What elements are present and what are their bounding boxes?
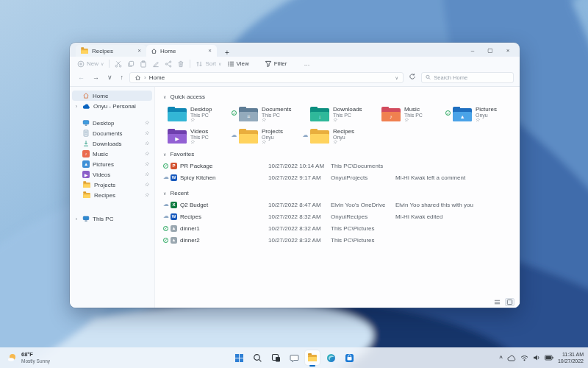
back-button[interactable]: ← [76, 74, 87, 81]
tile-documents[interactable]: ✓ ≡ Documents This PC [231, 105, 302, 122]
details-view-button[interactable] [492, 298, 502, 306]
search-input[interactable] [434, 74, 509, 81]
cut-button[interactable] [115, 60, 122, 68]
copy-button[interactable] [127, 60, 135, 68]
chevron-right-icon[interactable]: › [74, 104, 79, 109]
folder-icon [239, 128, 258, 144]
chevron-down-icon: ∨ [163, 152, 166, 157]
sidebar-item-desktop[interactable]: Desktop [72, 118, 152, 128]
sidebar-item-home[interactable]: Home [72, 91, 152, 101]
tile-projects[interactable]: ☁ Projects Onyu [231, 127, 302, 144]
wifi-icon-glyph [520, 355, 528, 361]
store-button[interactable] [342, 350, 356, 365]
home-icon [135, 74, 141, 81]
sidebar-item-onedrive[interactable]: › Onyu - Personal [72, 101, 152, 111]
pictures-icon: ▲ [82, 160, 90, 168]
sidebar-item-music[interactable]: ♪ Music [72, 149, 152, 159]
new-tab-button[interactable]: + [223, 49, 232, 57]
breadcrumb[interactable]: › Home ∨ [129, 72, 404, 83]
pin-icon [333, 118, 337, 122]
sidebar-item-downloads[interactable]: Downloads [72, 138, 152, 149]
edge-button[interactable] [323, 350, 338, 365]
wifi-icon[interactable] [520, 355, 528, 361]
sidebar-item-recipes[interactable]: Recipes [72, 190, 152, 200]
tile-music[interactable]: ♪ Music This PC [373, 105, 445, 122]
start-button[interactable] [232, 350, 246, 365]
pin-icon [190, 118, 195, 122]
items-view: ∨ Quick access Desktop This PC [154, 87, 520, 308]
section-header-recent[interactable]: ∨ Recent [155, 188, 520, 199]
folder-icon [83, 192, 90, 197]
delete-button[interactable] [177, 60, 184, 68]
recent-locations-button[interactable]: ∨ [105, 74, 115, 81]
tab-bar: Recipes × Home × + – ▢ × [70, 43, 520, 57]
see-more-button[interactable]: … [304, 60, 309, 67]
filter-button[interactable]: Filter [265, 60, 287, 68]
trash-icon [177, 60, 184, 68]
chevron-right-icon[interactable]: › [74, 216, 79, 222]
tab-home[interactable]: Home × [146, 45, 217, 57]
up-button[interactable]: ↑ [118, 74, 126, 81]
sidebar-item-documents[interactable]: Documents [72, 128, 152, 138]
task-view-button[interactable] [268, 350, 283, 365]
paste-button[interactable] [140, 60, 147, 68]
sort-button[interactable]: Sort ∨ [196, 60, 221, 68]
speaker-icon [533, 354, 540, 361]
image-file-icon: ▲ [171, 225, 177, 232]
close-tab-icon[interactable]: × [137, 48, 142, 54]
tile-videos[interactable]: ▶ Videos This PC [159, 127, 231, 144]
onedrive-tray-icon[interactable] [507, 355, 516, 361]
minimize-button[interactable]: – [464, 45, 481, 55]
section-header-favorites[interactable]: ∨ Favorites [155, 149, 520, 160]
sidebar-item-pictures[interactable]: ▲ Pictures [72, 159, 152, 169]
close-button[interactable]: × [499, 45, 517, 55]
weather-widget[interactable]: 68°F Mostly Sunny [0, 347, 59, 368]
file-row-dinner2[interactable]: ✓ ▲ dinner2 10/27/2022 8:32 AM This PC\P… [155, 234, 520, 246]
file-row-pr-package[interactable]: ✓ P PR Package 10/27/2022 10:14 AM This … [155, 160, 520, 171]
search-button[interactable] [250, 350, 265, 365]
cloud-status-icon: ☁ [163, 174, 169, 180]
tile-downloads[interactable]: ↓ Downloads This PC [302, 105, 373, 122]
tile-pictures[interactable]: ✓ ▲ Pictures Onyu [445, 105, 516, 122]
chat-button[interactable] [287, 350, 301, 365]
chevron-down-icon[interactable]: ∨ [395, 75, 398, 80]
sidebar-item-this-pc[interactable]: › This PC [72, 213, 152, 224]
breadcrumb-location[interactable]: Home [149, 74, 165, 81]
file-row-recipes[interactable]: ☁ W Recipes 10/27/2022 8:32 AM Onyu\Reci… [155, 210, 520, 222]
cloud-status-icon: ☁ [232, 132, 237, 138]
show-hidden-icons-button[interactable]: ^ [499, 355, 503, 361]
file-row-q2-budget[interactable]: ☁ X Q2 Budget 10/27/2022 8:47 AM Elvin Y… [155, 199, 520, 210]
paste-icon [140, 60, 147, 68]
sidebar-item-projects[interactable]: Projects [72, 180, 152, 190]
folder-icon: ▲ [453, 106, 472, 121]
share-button[interactable] [165, 60, 172, 68]
quick-access-row-2: ▶ Videos This PC ☁ [155, 127, 520, 144]
tile-desktop[interactable]: Desktop This PC [159, 105, 231, 122]
file-row-dinner1[interactable]: ✓ ▲ dinner1 10/27/2022 8:32 AM This PC\P… [155, 222, 520, 234]
synced-status-icon: ✓ [163, 226, 168, 231]
new-button[interactable]: New ∨ [77, 60, 104, 68]
tile-recipes[interactable]: ☁ Recipes Onyu [302, 127, 373, 144]
tab-recipes[interactable]: Recipes × [76, 45, 146, 57]
search-icon [253, 353, 262, 363]
view-button[interactable]: View [227, 60, 249, 68]
volume-icon[interactable] [533, 354, 540, 361]
maximize-button[interactable]: ▢ [481, 45, 499, 55]
pin-icon [145, 131, 149, 135]
forward-button[interactable]: → [90, 74, 101, 81]
icons-view-button[interactable] [505, 298, 514, 306]
file-row-spicy-kitchen[interactable]: ☁ W Spicy Kitchen 10/27/2022 9:17 AM Ony… [155, 171, 520, 183]
store-bag-icon [345, 353, 354, 363]
taskbar-clock[interactable]: 11:31 AM 10/27/2022 [558, 351, 584, 364]
file-explorer-button[interactable] [305, 350, 320, 365]
close-tab-icon[interactable]: × [207, 48, 212, 54]
sidebar-item-videos[interactable]: ▶ Videos [72, 169, 152, 180]
battery-icon[interactable] [545, 355, 553, 361]
chevron-down-icon: ∨ [163, 191, 166, 196]
section-header-quick-access[interactable]: ∨ Quick access [155, 91, 520, 102]
rename-button[interactable] [152, 60, 159, 68]
window-body: Home › Onyu - Personal Desktop [70, 86, 520, 308]
sort-label: Sort [205, 60, 216, 67]
document-icon [82, 130, 90, 137]
refresh-button[interactable] [407, 73, 417, 82]
